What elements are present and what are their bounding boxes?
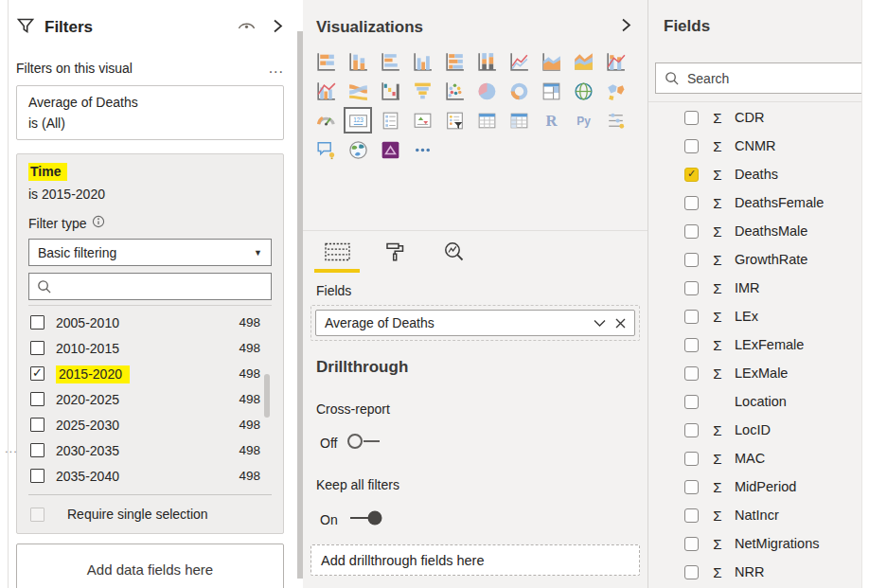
keep-all-filters-toggle[interactable] <box>346 508 384 530</box>
option-checkbox[interactable] <box>30 315 44 330</box>
options-scrollbar[interactable] <box>264 374 270 418</box>
option-checkbox[interactable] <box>30 418 44 432</box>
field-checkbox[interactable] <box>684 196 699 210</box>
require-single-selection-checkbox[interactable] <box>30 508 44 522</box>
viz-icon-line-and-stacked-column-chart[interactable] <box>601 48 630 75</box>
option-checkbox[interactable] <box>30 392 44 406</box>
field-row-cnmr[interactable]: ΣCNMR <box>648 132 862 160</box>
field-well[interactable]: Average of Deaths <box>310 305 640 341</box>
viz-icon-line-and-clustered-column-chart[interactable] <box>311 78 340 104</box>
field-row-mac[interactable]: ΣMAC <box>648 444 862 472</box>
filter-option-row[interactable]: 2035-2040498 <box>28 463 272 489</box>
field-row-cdr[interactable]: ΣCDR <box>648 103 862 132</box>
tab-format[interactable] <box>373 238 418 273</box>
collapse-visualizations-pane-icon[interactable] <box>620 17 632 37</box>
fields-search-input[interactable] <box>687 71 854 86</box>
field-checkbox[interactable] <box>684 139 699 153</box>
viz-icon-python-visual[interactable]: Py <box>569 107 597 134</box>
field-checkbox[interactable] <box>684 224 699 239</box>
fields-pane-scrollbar-track[interactable] <box>861 0 869 588</box>
viz-icon-stacked-area-chart[interactable] <box>569 48 597 75</box>
viz-icon-map[interactable] <box>569 78 597 104</box>
field-checkbox[interactable] <box>684 310 699 324</box>
field-row-locid[interactable]: ΣLocID <box>648 416 862 444</box>
field-row-lexmale[interactable]: ΣLExMale <box>648 359 862 387</box>
viz-icon-funnel-chart[interactable] <box>408 78 436 104</box>
filter-option-row[interactable]: 2010-2015498 <box>28 335 272 361</box>
field-row-deaths[interactable]: ΣDeaths <box>648 160 862 188</box>
field-checkbox[interactable] <box>684 395 699 409</box>
field-well-pill[interactable]: Average of Deaths <box>315 310 635 336</box>
filter-option-row[interactable]: 2025-2030498 <box>28 412 272 437</box>
filter-card-time[interactable]: Time is 2015-2020 Filter type Basic filt… <box>16 153 284 534</box>
field-row-midperiod[interactable]: ΣMidPeriod <box>648 472 862 501</box>
add-drillthrough-fields-dropzone[interactable]: Add drillthrough fields here <box>310 544 640 576</box>
field-row-deathsfemale[interactable]: ΣDeathsFemale <box>648 188 862 217</box>
viz-icon-card[interactable]: 123 <box>344 107 372 134</box>
viz-icon-key-influencers[interactable] <box>601 107 630 134</box>
fields-search-box[interactable] <box>655 62 862 94</box>
viz-icon-table[interactable] <box>472 107 501 134</box>
field-row-natincr[interactable]: ΣNatIncr <box>648 501 862 529</box>
viz-icon-stacked-bar-chart[interactable] <box>311 48 340 75</box>
collapse-filters-pane-icon[interactable] <box>272 18 284 38</box>
viz-icon-treemap[interactable] <box>537 78 565 104</box>
viz-icon-clustered-column-chart[interactable] <box>408 48 436 75</box>
more-options-icon[interactable]: ... <box>269 64 284 72</box>
viz-icon-hundred-stacked-bar-chart[interactable] <box>440 48 469 75</box>
field-row-imr[interactable]: ΣIMR <box>648 274 862 302</box>
viz-icon-line-chart[interactable] <box>505 48 533 75</box>
field-checkbox[interactable] <box>684 480 699 494</box>
field-checkbox[interactable] <box>684 338 699 352</box>
filter-card-average-of-deaths[interactable]: Average of Deaths is (All) <box>16 85 284 140</box>
field-checkbox[interactable] <box>684 281 699 295</box>
viz-icon-scatter-chart[interactable] <box>440 78 469 104</box>
viz-icon-clustered-bar-chart[interactable] <box>376 48 404 75</box>
viz-icon-slicer[interactable] <box>440 107 469 134</box>
field-checkbox[interactable] <box>684 111 699 125</box>
filter-option-row[interactable]: 2015-2020498 <box>28 361 272 386</box>
viz-icon-power-apps[interactable] <box>376 136 404 163</box>
option-checkbox[interactable] <box>30 469 44 483</box>
filter-option-row[interactable]: 2030-2035498 <box>28 437 272 463</box>
viz-icon-area-chart[interactable] <box>537 48 565 75</box>
field-row-deathsmale[interactable]: ΣDeathsMale <box>648 217 862 245</box>
viz-icon-r-script-visual[interactable]: R <box>537 107 565 134</box>
viz-icon-q-and-a[interactable] <box>311 136 340 163</box>
viz-icon-arcgis-map[interactable] <box>344 136 372 163</box>
option-checkbox[interactable] <box>30 443 44 457</box>
field-row-growthrate[interactable]: ΣGrowthRate <box>648 245 862 274</box>
viz-icon-waterfall-chart[interactable] <box>376 78 404 104</box>
field-checkbox[interactable] <box>684 366 699 381</box>
field-row-lexfemale[interactable]: ΣLExFemale <box>648 330 862 359</box>
filter-type-dropdown[interactable]: Basic filtering ▼ <box>28 239 272 266</box>
field-row-lex[interactable]: ΣLEx <box>648 302 862 330</box>
tab-analytics[interactable] <box>432 238 477 273</box>
viz-icon-donut-chart[interactable] <box>505 78 533 104</box>
cross-report-toggle[interactable] <box>346 432 383 454</box>
field-checkbox[interactable] <box>684 253 699 267</box>
filter-option-row[interactable]: 2005-2010498 <box>28 310 272 335</box>
viz-icon-multi-row-card[interactable] <box>376 107 404 134</box>
viz-icon-stacked-column-chart[interactable] <box>344 48 372 75</box>
viz-icon-filled-map[interactable] <box>601 78 630 104</box>
field-checkbox[interactable] <box>684 168 699 182</box>
field-checkbox[interactable] <box>684 537 699 551</box>
field-row-netmigrations[interactable]: ΣNetMigrations <box>648 529 862 558</box>
filter-option-row[interactable]: 2020-2025498 <box>28 386 272 412</box>
filter-search-box[interactable] <box>28 273 272 300</box>
field-checkbox[interactable] <box>684 423 699 437</box>
remove-field-icon[interactable] <box>615 318 626 329</box>
field-checkbox[interactable] <box>684 565 699 579</box>
viz-icon-more-options[interactable] <box>408 136 436 163</box>
viz-icon-matrix[interactable] <box>505 107 533 134</box>
info-icon[interactable] <box>92 215 105 231</box>
viz-icon-hundred-stacked-column-chart[interactable] <box>472 48 501 75</box>
chevron-down-icon[interactable] <box>594 319 606 328</box>
viz-icon-kpi[interactable] <box>408 107 436 134</box>
field-checkbox[interactable] <box>684 452 699 466</box>
add-data-fields-dropzone[interactable]: Add data fields here <box>16 543 284 588</box>
option-checkbox[interactable] <box>30 341 44 355</box>
option-checkbox[interactable] <box>30 366 44 381</box>
field-row-location[interactable]: Location <box>648 387 862 416</box>
